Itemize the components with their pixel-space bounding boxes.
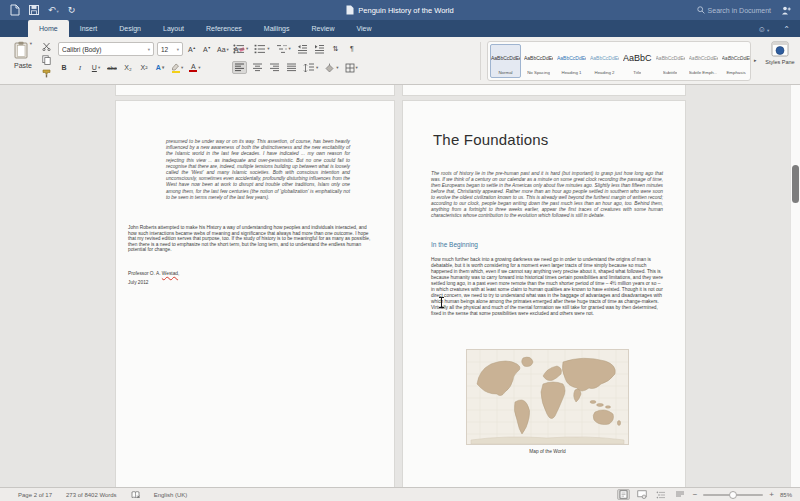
text-cursor-pointer xyxy=(438,297,445,308)
tab-view[interactable]: View xyxy=(345,20,382,37)
tab-insert[interactable]: Insert xyxy=(69,20,109,37)
draft-view-button[interactable] xyxy=(674,489,687,500)
undo-icon[interactable]: ↶▾ xyxy=(48,6,59,15)
subscript-button[interactable]: X₂ xyxy=(122,61,134,74)
zoom-level[interactable]: 85% xyxy=(780,492,792,498)
search-box[interactable]: Search in Document xyxy=(697,6,771,14)
feedback-smiley-icon[interactable]: ☺▾ xyxy=(758,25,769,34)
align-center-button[interactable] xyxy=(251,61,264,74)
align-right-button[interactable] xyxy=(268,61,281,74)
format-painter-icon[interactable] xyxy=(42,69,51,78)
scrollbar-thumb[interactable] xyxy=(792,165,799,203)
web-layout-view-button[interactable] xyxy=(636,489,649,500)
bold-button[interactable]: B xyxy=(58,61,70,74)
highlight-color-button[interactable]: ▾ xyxy=(170,61,184,74)
paste-button[interactable]: ▾ Paste xyxy=(6,41,40,83)
ribbon-home: ▾ Paste Calibri (Body)▾ 12▾ A▲ A▼ Aa▾ A … xyxy=(0,37,800,85)
sort-button[interactable]: ⇅ xyxy=(330,42,342,55)
world-map-image[interactable] xyxy=(466,349,629,445)
vertical-scrollbar[interactable] xyxy=(790,85,800,487)
style-normal[interactable]: AaBbCcDdEeNormal xyxy=(490,44,521,78)
style-heading-1[interactable]: AaBbCcDdEeHeading 1 xyxy=(556,44,587,78)
outline-view-button[interactable] xyxy=(655,489,668,500)
italic-button[interactable]: I xyxy=(74,61,86,74)
page-2[interactable]: presumed to be under way or on its way. … xyxy=(115,100,395,487)
highlighter-icon xyxy=(171,63,180,71)
new-document-icon[interactable] xyxy=(10,4,20,16)
styles-pane-icon xyxy=(771,41,789,57)
align-left-button[interactable] xyxy=(232,61,247,74)
font-size-combo[interactable]: 12▾ xyxy=(157,42,183,56)
signature-date: July 2012 xyxy=(128,280,149,285)
shading-button[interactable]: ▾ xyxy=(323,61,339,74)
justify-button[interactable] xyxy=(285,61,298,74)
style-title[interactable]: AaBbCTitle xyxy=(622,44,653,78)
shrink-font-button[interactable]: A▼ xyxy=(201,43,213,56)
change-case-button[interactable]: Aa▾ xyxy=(216,43,230,56)
increase-indent-button[interactable] xyxy=(313,42,326,55)
tab-layout[interactable]: Layout xyxy=(152,20,195,37)
titlebar: ↶▾ ↻ Penguin History of the World Search… xyxy=(0,0,800,20)
line-spacing-button[interactable]: ▾ xyxy=(302,61,319,74)
tab-home[interactable]: Home xyxy=(28,20,69,37)
page-indicator[interactable]: Page 2 of 17 xyxy=(18,492,52,498)
chapter-intro: The roots of history lie in the pre-huma… xyxy=(431,171,663,219)
collapse-ribbon-icon[interactable]: ⌃ xyxy=(783,25,790,34)
word-count[interactable]: 273 of 8402 Words xyxy=(66,492,117,498)
left-page-paragraph: John Roberts attempted to make his Histo… xyxy=(128,225,376,253)
search-placeholder: Search in Document xyxy=(708,7,771,14)
strikethrough-button[interactable]: abc xyxy=(106,61,118,74)
style-heading-2[interactable]: AaBbCcDdEeHeading 2 xyxy=(589,44,620,78)
print-layout-view-button[interactable] xyxy=(617,489,630,500)
font-color-button[interactable]: A▾ xyxy=(188,61,201,74)
document-canvas[interactable]: presumed to be under way or on its way. … xyxy=(0,85,800,487)
document-title: Penguin History of the World xyxy=(0,0,800,20)
decrease-indent-button[interactable] xyxy=(296,42,309,55)
style-no-spacing[interactable]: AaBbCcDdEeNo Spacing xyxy=(523,44,554,78)
numbering-button[interactable]: ▾ xyxy=(253,42,270,55)
zoom-slider-thumb[interactable] xyxy=(729,491,737,499)
page-3[interactable]: The Foundations The roots of history lie… xyxy=(402,100,686,487)
tab-design[interactable]: Design xyxy=(108,20,152,37)
image-caption: Map of the World xyxy=(466,449,629,454)
tab-review[interactable]: Review xyxy=(301,20,346,37)
previous-page-bottom-right xyxy=(402,85,686,96)
zoom-slider[interactable] xyxy=(703,494,763,496)
multilevel-list-button[interactable]: ▾ xyxy=(275,42,292,55)
style-emphasis[interactable]: AaBbCcDdEeEmphasis xyxy=(721,44,751,78)
bullets-button[interactable]: ▾ xyxy=(232,42,249,55)
zoom-in-button[interactable]: + xyxy=(769,490,774,499)
styles-pane-button[interactable]: Styles Pane xyxy=(763,41,797,83)
text-effects-button[interactable]: A▾ xyxy=(154,61,166,74)
grow-font-button[interactable]: A▲ xyxy=(186,43,198,56)
section-body: How much further back into a growing dar… xyxy=(431,257,663,317)
underline-button[interactable]: U▾ xyxy=(90,61,102,74)
show-paragraph-marks-button[interactable]: ¶ xyxy=(346,42,358,55)
style-subtle-emph-[interactable]: AaBbCcDdEeSubtle Emph... xyxy=(688,44,719,78)
superscript-button[interactable]: X² xyxy=(138,61,150,74)
share-icon[interactable] xyxy=(781,6,792,15)
borders-button[interactable]: ▾ xyxy=(344,61,359,74)
word-window: ↶▾ ↻ Penguin History of the World Search… xyxy=(0,0,800,501)
styles-gallery-more-icon[interactable]: ▸ xyxy=(754,57,757,63)
cut-icon[interactable] xyxy=(42,42,51,51)
save-icon[interactable] xyxy=(29,5,39,15)
zoom-out-button[interactable]: − xyxy=(693,490,698,499)
font-name-combo[interactable]: Calibri (Body)▾ xyxy=(58,42,154,56)
quick-access-toolbar: ↶▾ ↻ xyxy=(0,4,75,16)
ribbon-tabbar: HomeInsertDesignLayoutReferencesMailings… xyxy=(0,20,800,37)
spellcheck-icon[interactable] xyxy=(131,491,140,499)
search-icon xyxy=(697,6,705,14)
redo-icon[interactable]: ↻ xyxy=(68,6,76,15)
section-heading: In the Beginning xyxy=(431,241,478,248)
styles-gallery: AaBbCcDdEeNormalAaBbCcDdEeNo SpacingAaBb… xyxy=(487,41,751,81)
previous-page-bottom-left xyxy=(115,85,395,96)
language-indicator[interactable]: English (UK) xyxy=(154,492,188,498)
copy-icon[interactable] xyxy=(42,55,51,65)
paste-clipboard-icon xyxy=(14,41,29,59)
style-subtitle[interactable]: AaBbCcDdEeSubtitle xyxy=(655,44,686,78)
tab-mailings[interactable]: Mailings xyxy=(253,20,301,37)
doc-icon xyxy=(346,5,354,15)
statusbar: Page 2 of 17 273 of 8402 Words English (… xyxy=(0,487,800,501)
tab-references[interactable]: References xyxy=(195,20,253,37)
